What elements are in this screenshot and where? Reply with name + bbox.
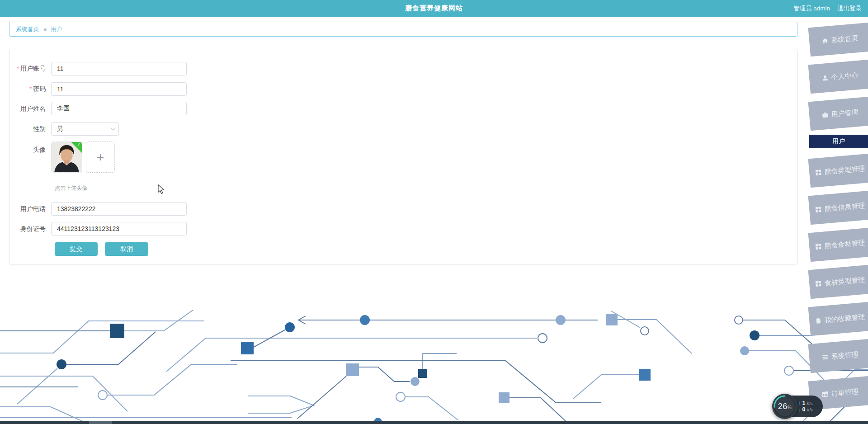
page: 膳食营养健康网站 管理员 admin 退出登录 系统首页 ≡ 用户 *用户账号 … [0, 0, 868, 424]
idcard-input[interactable] [51, 222, 187, 236]
avatar-preview[interactable]: ✓ [51, 141, 82, 173]
name-input[interactable] [51, 102, 187, 115]
sidebar-item-diet-food[interactable]: 膳食食材管理 [808, 226, 868, 262]
breadcrumb-home-link[interactable]: 系统首页 [16, 25, 39, 33]
sidebar-item-label: 订单管理 [831, 387, 859, 398]
avatar-label: 头像 [9, 146, 51, 153]
sidebar-item-label: 系统首页 [831, 33, 859, 44]
sidebar-item-profile[interactable]: 个人中心 [808, 58, 868, 94]
sidebar-item-system-mgmt[interactable]: 系统管理 [808, 338, 868, 373]
logout-link[interactable]: 退出登录 [837, 5, 862, 13]
phone-row: 用户电话 [9, 202, 187, 216]
idcard-label: 身份证号 [9, 222, 51, 236]
sidebar-item-user-active[interactable]: 用户 [809, 135, 868, 148]
sidebar-item-home[interactable]: 系统首页 [808, 21, 868, 57]
progress-arc [772, 394, 797, 419]
name-label: 用户姓名 [9, 102, 51, 115]
upload-hint: 点击上传头像 [55, 184, 87, 192]
sidebar-item-user-mgmt[interactable]: 用户管理 [808, 95, 868, 131]
gender-select[interactable]: 男 [51, 122, 119, 136]
sidebar-item-label: 膳食信息管理 [824, 201, 865, 213]
sidebar-item-diet-info[interactable]: 膳食信息管理 [808, 189, 868, 225]
menu-icon [821, 354, 828, 361]
phone-label: 用户电话 [9, 202, 51, 216]
site-title: 膳食营养健康网站 [0, 0, 868, 17]
download-speed-unit: K/s [807, 408, 812, 412]
account-label: *用户账号 [9, 61, 51, 75]
password-row: *密码 [9, 82, 187, 96]
required-marker: * [29, 85, 32, 92]
sidebar-item-label: 个人中心 [831, 71, 859, 81]
header-user-area: 管理员 admin 退出登录 [793, 0, 862, 17]
sidebar-item-favorites[interactable]: 我的收藏管理 [808, 301, 868, 336]
upload-arrow-icon: ↑ [798, 401, 801, 406]
sidebar-item-label: 我的收藏管理 [824, 312, 865, 325]
bottom-taskbar [0, 421, 868, 424]
sidebar-item-label: 用户 [832, 137, 845, 146]
sidebar-item-label: 系统管理 [831, 350, 859, 361]
breadcrumb-current: 用户 [51, 25, 62, 33]
plus-icon: + [97, 150, 104, 165]
gender-label: 性别 [9, 122, 51, 136]
phone-input[interactable] [51, 202, 187, 216]
top-navbar: 膳食营养健康网站 管理员 admin 退出登录 [0, 0, 868, 17]
idcard-row: 身份证号 [9, 222, 187, 236]
gender-value: 男 [57, 125, 63, 133]
cancel-button[interactable]: 取消 [105, 242, 148, 256]
breadcrumb: 系统首页 ≡ 用户 [9, 22, 797, 37]
upload-speed-unit: K/s [807, 402, 812, 406]
sidebar-item-label: 食材类型管理 [824, 275, 865, 287]
home-icon [821, 38, 828, 44]
gender-row: 性别 男 [9, 122, 119, 136]
bottom-taskbar-segment [89, 421, 112, 424]
briefcase-icon [821, 112, 828, 118]
avatar-upload-box[interactable]: + [86, 141, 115, 173]
download-speed-row: ↓ 0 K/s [798, 407, 823, 413]
sidebar-item-label: 用户管理 [831, 108, 859, 118]
password-label: *密码 [9, 82, 51, 96]
sidebar-item-food-type[interactable]: 食材类型管理 [808, 264, 868, 299]
admin-user-label: 管理员 admin [793, 5, 830, 13]
circuit-pattern-background [0, 310, 868, 424]
password-input[interactable] [51, 82, 187, 96]
grid-icon [815, 169, 821, 176]
sidebar-item-diet-type[interactable]: 膳食类型管理 [808, 152, 868, 188]
download-arrow-icon: ↓ [798, 407, 801, 412]
user-edit-form-card: *用户账号 *密码 用户姓名 性别 男 头像 [9, 49, 797, 264]
sidebar-item-label: 膳食食材管理 [824, 238, 865, 250]
account-input[interactable] [51, 62, 187, 75]
chevron-down-icon [110, 125, 115, 130]
progress-circle-button[interactable]: 26% [772, 394, 797, 419]
grid-icon [815, 280, 821, 287]
sidebar-menu: 系统首页 个人中心 用户管理 用户 膳食类型管理 膳食信息管理 膳食食材管理 食… [806, 21, 868, 415]
name-row: 用户姓名 [9, 102, 187, 115]
clipboard-icon [815, 317, 821, 324]
required-marker: * [17, 65, 19, 72]
upload-speed-row: ↑ 1 K/s [798, 400, 823, 406]
user-icon [821, 75, 828, 81]
mouse-cursor [157, 184, 166, 194]
grid-icon [815, 206, 821, 213]
upload-speed-value: 1 [802, 400, 806, 406]
breadcrumb-separator-icon: ≡ [43, 26, 47, 33]
download-monitor-widget[interactable]: ↑ 1 K/s ↓ 0 K/s 26% [772, 394, 823, 419]
check-icon: ✓ [77, 142, 81, 147]
download-speed-value: 0 [802, 407, 806, 413]
sidebar-item-label: 膳食类型管理 [824, 164, 865, 176]
buttons-row: 提交 取消 [55, 242, 148, 256]
grid-icon [815, 243, 821, 250]
submit-button[interactable]: 提交 [55, 242, 98, 256]
account-row: *用户账号 [9, 61, 187, 75]
avatar-row: 头像 ✓ + [9, 141, 115, 173]
